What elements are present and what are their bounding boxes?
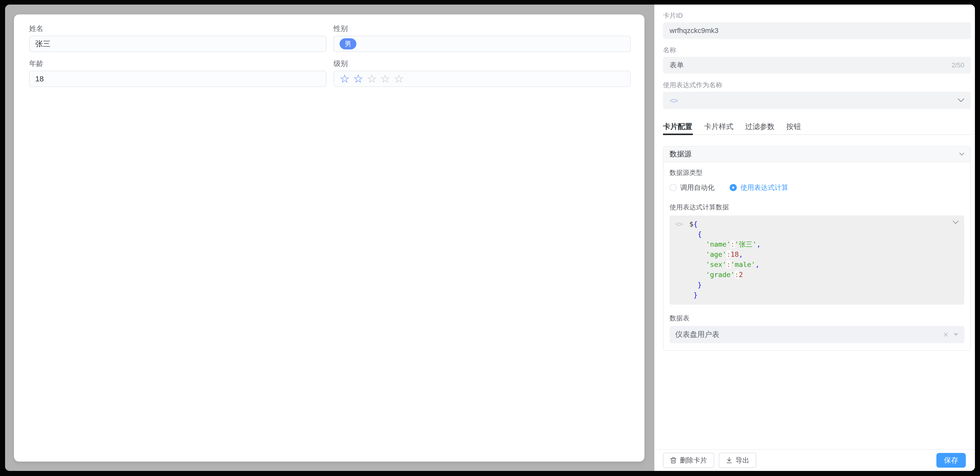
tab-underline [663, 134, 971, 135]
star-icon[interactable]: ☆ [353, 73, 363, 84]
card-name-value: 表单 [670, 60, 684, 70]
datasource-title: 数据源 [670, 149, 692, 159]
datasource-panel: 数据源 数据源类型 调用自动化 使用表达式计算 使用 [663, 146, 971, 351]
radio-icon [670, 184, 677, 191]
gender-input[interactable]: 男 [334, 36, 631, 52]
field-age-label: 年龄 [29, 60, 326, 67]
form-grid: 姓名 张三 性别 男 年龄 18 级别 ☆☆☆☆☆ [29, 25, 631, 95]
age-input[interactable]: 18 [29, 71, 326, 87]
save-button[interactable]: 保存 [936, 453, 966, 468]
clear-icon[interactable] [943, 332, 948, 337]
radio-icon [730, 184, 737, 191]
field-name-label: 姓名 [29, 25, 326, 32]
chevron-down-icon[interactable] [959, 152, 964, 156]
code-line: } [689, 280, 959, 290]
field-gender: 性别 男 [334, 25, 631, 52]
datasource-type-radios: 调用自动化 使用表达式计算 [670, 183, 964, 192]
card-id-label: 卡片ID [663, 12, 971, 19]
export-button[interactable]: 导出 [719, 453, 756, 468]
delete-card-label: 删除卡片 [680, 456, 707, 465]
rating-stars: ☆☆☆☆☆ [340, 73, 404, 84]
grade-input[interactable]: ☆☆☆☆☆ [334, 71, 631, 87]
field-name: 姓名 张三 [29, 25, 326, 52]
code-line: 'grade':2 [689, 270, 959, 280]
star-icon[interactable]: ☆ [340, 73, 350, 84]
char-counter: 2/50 [951, 61, 964, 69]
field-gender-label: 性别 [334, 25, 631, 32]
inspector-footer: 删除卡片 导出 保存 [654, 449, 975, 471]
code-line: 'name':'张三', [689, 239, 959, 249]
expr-name-input[interactable]: <> [663, 92, 971, 109]
data-table-label: 数据表 [670, 314, 964, 322]
gender-tag[interactable]: 男 [340, 38, 356, 49]
tab-card-style[interactable]: 卡片样式 [704, 122, 733, 132]
radio-label: 调用自动化 [680, 183, 714, 192]
code-icon: <> [670, 96, 678, 105]
radio-call-automation[interactable]: 调用自动化 [670, 183, 714, 192]
expression-data-label: 使用表达式计算数据 [670, 203, 964, 211]
chevron-down-icon[interactable] [958, 98, 964, 102]
form-card: 姓名 张三 性别 男 年龄 18 级别 ☆☆☆☆☆ [14, 14, 644, 462]
datasource-panel-body: 数据源类型 调用自动化 使用表达式计算 使用表达式计算数据 <> [663, 162, 970, 350]
card-name-input[interactable]: 表单 2/50 [663, 57, 971, 73]
radio-expression-compute[interactable]: 使用表达式计算 [730, 183, 788, 192]
tab-card-config[interactable]: 卡片配置 [663, 122, 692, 132]
name-input[interactable]: 张三 [29, 36, 326, 52]
field-age: 年龄 18 [29, 60, 326, 87]
star-icon[interactable]: ☆ [394, 73, 404, 84]
card-id-value: wrfhqzckc9mk3 [670, 27, 719, 35]
expression-code[interactable]: ${ { 'name':'张三', 'age':18, 'sex':'male'… [689, 219, 959, 300]
star-icon[interactable]: ☆ [380, 73, 390, 84]
code-line: } [689, 290, 959, 300]
active-tab-indicator [663, 133, 693, 135]
field-grade: 级别 ☆☆☆☆☆ [334, 60, 631, 87]
data-table-value: 仪表盘用户表 [675, 330, 719, 340]
export-label: 导出 [735, 456, 749, 465]
datasource-type-label: 数据源类型 [670, 169, 964, 176]
card-name-label: 名称 [663, 46, 971, 54]
expression-editor[interactable]: <> ${ { 'name':'张三', 'age':18, 'sex':'ma… [670, 216, 964, 305]
tab-filter-params[interactable]: 过滤参数 [745, 122, 775, 132]
age-input-value: 18 [35, 75, 44, 83]
download-icon [726, 457, 732, 464]
datasource-panel-header[interactable]: 数据源 [663, 146, 970, 162]
name-input-value: 张三 [35, 39, 51, 49]
code-line: 'age':18, [689, 249, 959, 260]
data-table-select[interactable]: 仪表盘用户表 [670, 326, 964, 343]
expr-name-label: 使用表达式作为名称 [663, 81, 971, 89]
code-line: 'sex':'male', [689, 260, 959, 270]
field-grade-label: 级别 [334, 60, 631, 67]
select-icons [943, 332, 959, 337]
radio-label: 使用表达式计算 [740, 183, 788, 192]
card-inspector-panel: 卡片ID wrfhqzckc9mk3 名称 表单 2/50 使用表达式作为名称 … [654, 5, 975, 471]
code-line: ${ [689, 219, 959, 229]
trash-icon [670, 457, 677, 464]
tab-buttons[interactable]: 按钮 [786, 122, 801, 132]
inspector-tabs: 卡片配置 卡片样式 过滤参数 按钮 [663, 121, 971, 132]
code-line: { [689, 229, 959, 239]
star-icon[interactable]: ☆ [367, 73, 377, 84]
card-id-input[interactable]: wrfhqzckc9mk3 [663, 22, 971, 39]
delete-card-button[interactable]: 删除卡片 [663, 453, 714, 468]
dashboard-backdrop: 姓名 张三 性别 男 年龄 18 级别 ☆☆☆☆☆ [5, 5, 975, 471]
chevron-down-icon[interactable] [953, 221, 959, 225]
code-icon: <> [675, 220, 682, 228]
save-label: 保存 [944, 455, 958, 465]
caret-down-icon[interactable] [953, 333, 959, 336]
